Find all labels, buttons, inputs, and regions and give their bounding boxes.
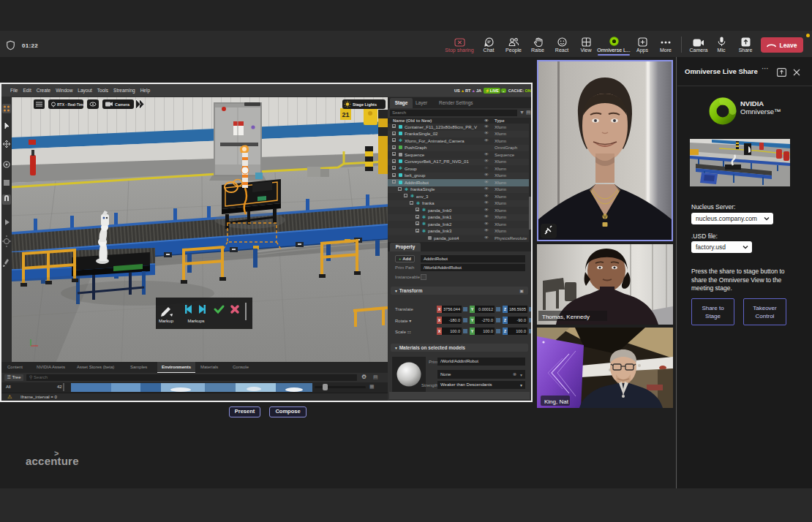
svg-text:King, Nat: King, Nat	[544, 398, 569, 405]
svg-text:Markup: Markup	[159, 319, 174, 323]
svg-text:Stage Lights: Stage Lights	[353, 102, 377, 107]
svg-text:Camera: Camera	[115, 102, 130, 107]
svg-text:21: 21	[342, 111, 349, 118]
svg-text:Markups: Markups	[187, 319, 204, 323]
svg-text:Thomas, Kennedy: Thomas, Kennedy	[542, 314, 590, 320]
svg-text:RTX - Real-Time: RTX - Real-Time	[57, 102, 85, 107]
